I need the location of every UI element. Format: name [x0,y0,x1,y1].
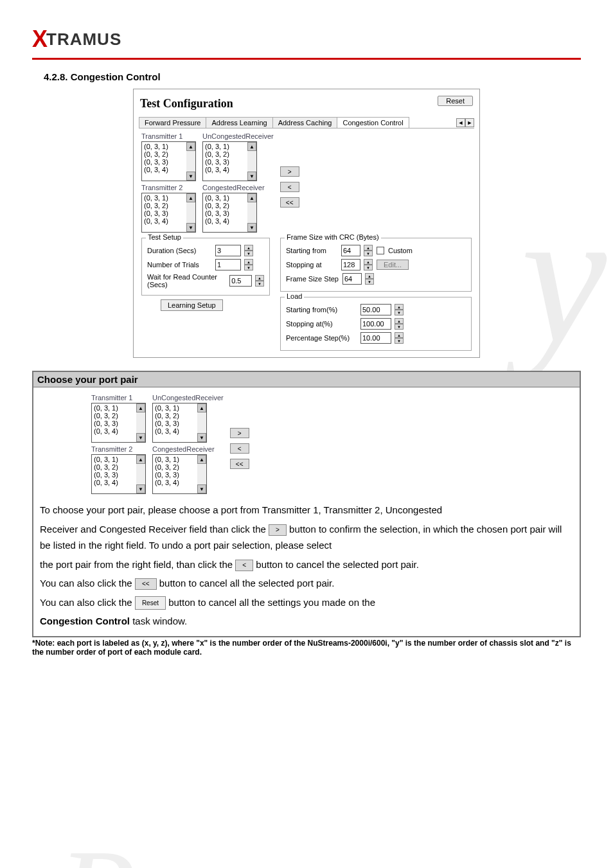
test-config-window: Test Configuration Reset Forward Pressur… [133,89,480,358]
uncongested-label: UnCongestedReceiver [202,132,274,140]
scroll-down-icon[interactable]: ▼ [136,433,145,442]
scroll-down-icon[interactable]: ▼ [197,433,206,442]
add-port-button[interactable]: > [280,166,299,177]
spin-up-icon[interactable]: ▲ [244,259,253,265]
text-bold: Congestion Control [40,616,130,626]
add-port-button[interactable]: > [230,428,249,438]
scroll-track[interactable] [247,151,256,172]
spin-up-icon[interactable]: ▲ [395,318,404,324]
congested-list[interactable]: (0, 3, 1) (0, 3, 2) (0, 3, 3) (0, 3, 4) … [202,193,257,233]
scroll-up-icon[interactable]: ▲ [247,193,256,202]
load-start-input[interactable]: 50.00 [360,304,391,315]
stop-at-input[interactable]: 128 [341,259,360,270]
uncongested-list[interactable]: (0, 3, 1) (0, 3, 2) (0, 3, 3) (0, 3, 4) … [152,403,207,443]
scroll-up-icon[interactable]: ▲ [247,142,256,151]
scroll-track[interactable] [136,464,145,484]
start-from-input[interactable]: 64 [341,245,360,256]
tab-forward-pressure[interactable]: Forward Pressure [139,117,206,128]
scroll-down-icon[interactable]: ▼ [136,484,145,493]
spin-up-icon[interactable]: ▲ [395,332,404,338]
spin-up-icon[interactable]: ▲ [395,304,404,310]
spin-down-icon[interactable]: ▼ [395,338,404,344]
text: Receiver and Congested Receiver field th… [40,524,269,535]
spin-up-icon[interactable]: ▲ [365,273,374,279]
congested-list[interactable]: (0, 3, 1) (0, 3, 2) (0, 3, 3) (0, 3, 4) … [152,454,207,494]
transmitter1-label: Transmitter 1 [91,394,146,402]
watermark-y: y [521,166,607,387]
edit-button[interactable]: Edit... [377,260,409,270]
remove-port-button[interactable]: < [280,182,299,192]
spin-down-icon[interactable]: ▼ [244,265,253,270]
tab-address-learning[interactable]: Address Learning [206,117,272,128]
load-fieldset: Load Starting from(%)50.00▲▼ Stopping at… [280,297,472,351]
tab-scroll-left-icon[interactable]: ◄ [456,118,465,127]
load-step-input[interactable]: 10.00 [360,332,391,344]
transmitter1-label: Transmitter 1 [141,132,196,140]
scroll-down-icon[interactable]: ▼ [247,172,256,181]
scroll-up-icon[interactable]: ▲ [136,455,145,464]
trials-input[interactable]: 1 [215,259,241,270]
tab-scroll-right-icon[interactable]: ► [465,118,474,127]
start-from-label: Starting from [286,247,337,254]
duration-input[interactable]: 3 [215,245,241,256]
spin-down-icon[interactable]: ▼ [364,265,373,270]
scroll-down-icon[interactable]: ▼ [186,223,195,232]
transmitter2-list[interactable]: (0, 3, 1) (0, 3, 2) (0, 3, 3) (0, 3, 4) … [141,193,196,233]
uncongested-label: UnCongestedReceiver [152,394,224,402]
port-pair-table: Choose your port pair Transmitter 1 (0, … [32,371,581,637]
scroll-track[interactable] [197,464,206,484]
scroll-up-icon[interactable]: ▲ [136,403,145,412]
step-input[interactable]: 64 [342,273,362,285]
scroll-up-icon[interactable]: ▲ [197,455,206,464]
scroll-track[interactable] [186,202,195,223]
scroll-up-icon[interactable]: ▲ [186,193,195,202]
scroll-down-icon[interactable]: ▼ [186,172,195,181]
scroll-down-icon[interactable]: ▼ [197,484,206,493]
spin-up-icon[interactable]: ▲ [255,275,264,281]
spin-down-icon[interactable]: ▼ [364,251,373,256]
spin-up-icon[interactable]: ▲ [244,245,253,251]
spin-up-icon[interactable]: ▲ [364,259,373,265]
remove-all-button[interactable]: << [230,459,249,469]
divider-top [32,58,581,60]
table-header: Choose your port pair [33,372,580,387]
custom-label: Custom [388,247,413,254]
learning-setup-button[interactable]: Learning Setup [161,299,223,311]
paragraph-text: You can also click the << button to canc… [40,575,573,592]
reset-button[interactable]: Reset [438,96,473,106]
spin-down-icon[interactable]: ▼ [395,310,404,315]
scroll-track[interactable] [247,202,256,223]
wait-input[interactable]: 0.5 [229,275,252,287]
load-stop-label: Stopping at(%) [286,320,357,328]
watermark-pre: Pre [58,820,238,868]
load-stop-input[interactable]: 100.00 [360,318,391,330]
wait-label: Wait for Read Counter (Secs) [147,273,226,288]
remove-all-button-inline[interactable]: << [135,578,157,590]
custom-checkbox[interactable] [377,247,384,254]
remove-port-button-inline[interactable]: < [235,560,253,571]
spin-down-icon[interactable]: ▼ [244,251,253,256]
scroll-up-icon[interactable]: ▲ [197,403,206,412]
transmitter1-list[interactable]: (0, 3, 1) (0, 3, 2) (0, 3, 3) (0, 3, 4) … [141,141,196,181]
scroll-track[interactable] [136,412,145,433]
remove-all-button[interactable]: << [280,197,299,208]
tab-address-caching[interactable]: Address Caching [272,117,338,128]
transmitter2-list[interactable]: (0, 3, 1) (0, 3, 2) (0, 3, 3) (0, 3, 4) … [91,454,146,494]
spin-up-icon[interactable]: ▲ [364,245,373,251]
reset-button-inline[interactable]: Reset [135,596,166,610]
add-port-button-inline[interactable]: > [269,524,287,536]
scroll-down-icon[interactable]: ▼ [247,223,256,232]
scroll-track[interactable] [186,151,195,172]
remove-port-button[interactable]: < [230,443,249,454]
paragraph-text: Congestion Control task window. [40,613,573,630]
transmitter1-list[interactable]: (0, 3, 1) (0, 3, 2) (0, 3, 3) (0, 3, 4) … [91,403,146,443]
duration-label: Duration (Secs) [147,247,211,254]
scroll-track[interactable] [197,412,206,433]
spin-down-icon[interactable]: ▼ [255,281,264,287]
uncongested-list[interactable]: (0, 3, 1) (0, 3, 2) (0, 3, 3) (0, 3, 4) … [202,141,257,181]
test-setup-legend: Test Setup [146,233,183,241]
spin-down-icon[interactable]: ▼ [395,324,404,330]
scroll-up-icon[interactable]: ▲ [186,142,195,151]
spin-down-icon[interactable]: ▼ [365,279,374,285]
tab-congestion-control[interactable]: Congestion Control [337,117,409,128]
